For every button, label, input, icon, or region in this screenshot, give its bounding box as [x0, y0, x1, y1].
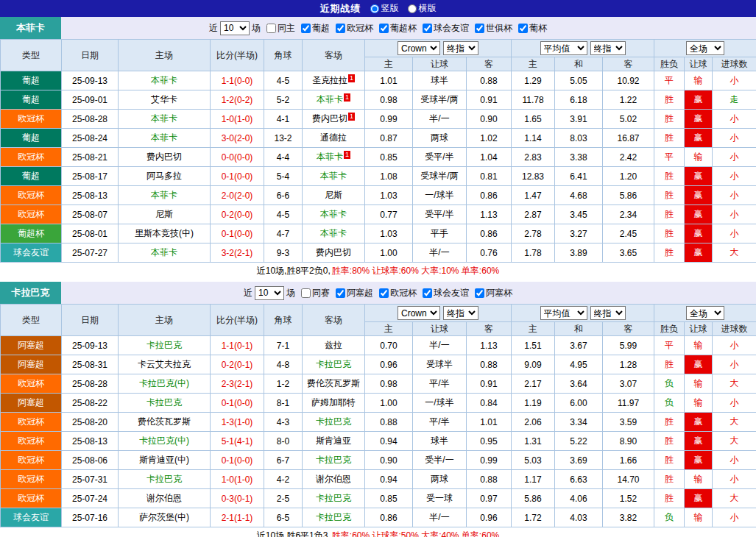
score-cell[interactable]: 3-2(2-1)	[211, 243, 264, 263]
home-team-name[interactable]: 费内巴切	[146, 152, 182, 162]
away-team-name[interactable]: 费内巴切	[312, 113, 347, 124]
home-team-name[interactable]: 卡云艾夫拉克	[138, 359, 191, 369]
filter-checkbox-6[interactable]: 葡杯	[518, 22, 547, 35]
checkbox-input[interactable]	[266, 24, 276, 33]
away-team-cell[interactable]: 本菲卡	[303, 205, 365, 224]
checkbox-input[interactable]	[379, 288, 389, 298]
score-cell[interactable]: 5-1(4-1)	[211, 432, 264, 451]
away-team-name[interactable]: 兹拉	[325, 340, 342, 350]
away-team-cell[interactable]: 本菲卡	[303, 167, 365, 186]
home-team-cell[interactable]: 费伦茨瓦罗斯	[119, 413, 211, 432]
horizontal-layout-radio[interactable]	[408, 4, 417, 13]
filter-checkbox-1[interactable]: 阿塞超	[336, 287, 373, 299]
score-cell[interactable]: 0-0(0-0)	[211, 148, 264, 167]
fulltime-scope-select[interactable]: 全场	[686, 306, 724, 320]
home-team-name[interactable]: 卡拉巴克	[146, 397, 182, 408]
home-team-cell[interactable]: 谢尔伯恩	[119, 489, 211, 508]
layout-option-horizontal[interactable]: 横版	[408, 2, 437, 15]
home-team-cell[interactable]: 里斯本竞技(中)	[119, 224, 211, 243]
home-team-name[interactable]: 卡拉巴克(中)	[139, 378, 189, 388]
score-cell[interactable]: 2-3(2-1)	[211, 374, 264, 394]
away-team-cell[interactable]: 斯肯迪亚	[303, 432, 365, 451]
away-team-name[interactable]: 卡拉巴克	[316, 512, 351, 522]
filter-checkbox-4[interactable]: 球会友谊	[423, 22, 469, 35]
score-cell[interactable]: 1-0(1-0)	[211, 110, 264, 129]
fulltime-scope-select[interactable]: 全场	[686, 41, 724, 55]
average-type-select[interactable]: 终指	[590, 306, 626, 320]
away-team-cell[interactable]: 本菲卡1	[303, 148, 365, 167]
recent-count-select[interactable]: 10	[220, 21, 250, 35]
away-team-name[interactable]: 费伦茨瓦罗斯	[307, 378, 360, 388]
checkbox-input[interactable]	[301, 288, 311, 298]
home-team-name[interactable]: 费伦茨瓦罗斯	[138, 416, 191, 427]
away-team-cell[interactable]: 兹拉	[303, 336, 365, 355]
score-cell[interactable]: 3-0(2-0)	[211, 129, 264, 148]
away-team-name[interactable]: 卡拉巴克	[316, 493, 351, 503]
score-cell[interactable]: 0-1(0-0)	[211, 451, 264, 470]
score-cell[interactable]: 2-0(2-0)	[211, 186, 264, 205]
score-cell[interactable]: 1-1(0-0)	[211, 71, 264, 90]
home-team-cell[interactable]: 卡拉巴克(中)	[119, 374, 211, 394]
vertical-layout-radio[interactable]	[370, 4, 379, 13]
score-cell[interactable]: 0-3(0-1)	[211, 489, 264, 508]
home-team-name[interactable]: 艾华卡	[151, 94, 177, 104]
checkbox-input[interactable]	[336, 24, 345, 33]
average-company-select[interactable]: 平均值	[540, 41, 587, 55]
average-type-select[interactable]: 终指	[590, 41, 626, 55]
home-team-name[interactable]: 卡拉巴克	[146, 474, 182, 484]
away-team-cell[interactable]: 卡拉巴克	[303, 489, 365, 508]
home-team-name[interactable]: 尼斯	[155, 209, 173, 219]
average-company-select[interactable]: 平均值	[540, 306, 587, 320]
away-team-name[interactable]: 卡拉巴克	[316, 455, 351, 465]
home-team-cell[interactable]: 本菲卡	[119, 71, 211, 90]
away-team-cell[interactable]: 本菲卡1	[303, 90, 365, 110]
score-cell[interactable]: 0-1(0-0)	[211, 394, 264, 413]
home-team-cell[interactable]: 阿马多拉	[119, 167, 211, 186]
away-team-name[interactable]: 谢尔伯恩	[316, 474, 351, 484]
checkbox-input[interactable]	[518, 24, 528, 33]
away-team-cell[interactable]: 费内巴切1	[303, 110, 365, 129]
score-cell[interactable]: 1-3(1-0)	[211, 413, 264, 432]
score-cell[interactable]: 1-1(0-1)	[211, 336, 264, 355]
away-team-name[interactable]: 通德拉	[320, 132, 347, 143]
away-team-cell[interactable]: 卡拉巴克	[303, 508, 365, 527]
checkbox-input[interactable]	[336, 288, 345, 298]
score-cell[interactable]: 1-0(1-0)	[211, 470, 264, 489]
odds-company-select[interactable]: Crown	[398, 41, 440, 55]
home-team-name[interactable]: 本菲卡	[151, 247, 177, 257]
away-team-name[interactable]: 圣克拉拉	[312, 75, 347, 85]
home-team-name[interactable]: 本菲卡	[151, 75, 177, 85]
home-team-cell[interactable]: 尼斯	[119, 205, 211, 224]
away-team-cell[interactable]: 通德拉	[303, 129, 365, 148]
home-team-cell[interactable]: 斯肯迪亚(中)	[119, 451, 211, 470]
score-cell[interactable]: 0-1(0-0)	[211, 167, 264, 186]
filter-checkbox-5[interactable]: 世俱杯	[475, 22, 512, 35]
filter-checkbox-2[interactable]: 欧冠杯	[336, 22, 373, 35]
away-team-name[interactable]: 本菲卡	[320, 171, 347, 181]
away-team-name[interactable]: 本菲卡	[320, 228, 347, 238]
away-team-cell[interactable]: 谢尔伯恩	[303, 470, 365, 489]
score-cell[interactable]: 0-1(0-0)	[211, 224, 264, 243]
home-team-cell[interactable]: 本菲卡	[119, 129, 211, 148]
filter-checkbox-0[interactable]: 同主	[266, 22, 295, 35]
away-team-name[interactable]: 卡拉巴克	[316, 416, 351, 427]
filter-checkbox-0[interactable]: 同赛	[301, 287, 330, 299]
home-team-cell[interactable]: 本菲卡	[119, 186, 211, 205]
score-cell[interactable]: 1-2(0-2)	[211, 90, 264, 110]
away-team-name[interactable]: 卡拉巴克	[316, 359, 351, 369]
away-team-name[interactable]: 费内巴切	[316, 247, 351, 257]
home-team-cell[interactable]: 本菲卡	[119, 110, 211, 129]
away-team-cell[interactable]: 卡拉巴克	[303, 413, 365, 432]
home-team-cell[interactable]: 卡拉巴克	[119, 336, 211, 355]
checkbox-input[interactable]	[379, 24, 389, 33]
home-team-cell[interactable]: 卡云艾夫拉克	[119, 355, 211, 374]
away-team-name[interactable]: 本菲卡	[320, 209, 347, 219]
away-team-cell[interactable]: 萨姆加耶特	[303, 394, 365, 413]
away-team-name[interactable]: 尼斯	[325, 190, 342, 200]
home-team-name[interactable]: 卡拉巴克	[146, 340, 182, 350]
away-team-cell[interactable]: 费内巴切	[303, 243, 365, 263]
odds-company-select[interactable]: Crown	[398, 306, 440, 320]
home-team-cell[interactable]: 卡拉巴克(中)	[119, 432, 211, 451]
checkbox-input[interactable]	[475, 288, 484, 298]
checkbox-input[interactable]	[301, 24, 311, 33]
